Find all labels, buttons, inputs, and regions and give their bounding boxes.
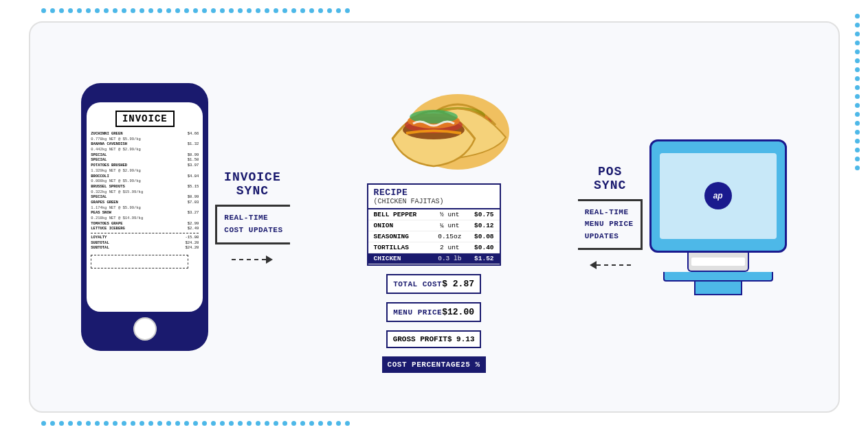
dot — [202, 421, 207, 426]
dot — [318, 421, 323, 426]
dot — [175, 421, 180, 426]
recipe-subtitle: (CHICKEN FAJITAS) — [374, 198, 494, 205]
dot — [211, 421, 216, 426]
phone-notch — [124, 83, 166, 93]
taco-illustration — [351, 61, 516, 178]
dot — [131, 8, 135, 13]
recipe-row-onion: ONION ¼ unt $0.12 — [368, 220, 500, 231]
dot — [291, 8, 296, 13]
dot — [229, 421, 234, 426]
monitor-stand-bottom — [694, 282, 742, 295]
dot — [104, 8, 109, 13]
invoice-sync-bracket: REAL-TIME COST UPDATES — [215, 205, 289, 244]
dot — [140, 421, 144, 426]
gross-profit-row: GROSS PROFIT $ 9.13 — [386, 330, 482, 348]
dot — [95, 8, 100, 13]
invoice-items: ZUCHINNI GREEN$4.66 0.778kg NET @ $5.99/… — [91, 131, 199, 251]
dot — [247, 421, 252, 426]
dot — [238, 8, 243, 13]
dot — [166, 421, 171, 426]
dot — [855, 112, 860, 117]
dot — [122, 421, 126, 426]
pos-sync-label: POS SYNC — [594, 165, 626, 192]
dot — [336, 421, 341, 426]
dot — [148, 421, 153, 426]
receipt-paper — [691, 258, 745, 266]
dot — [265, 8, 269, 13]
dot — [157, 8, 162, 13]
menu-price-row: MENU PRICE $12.00 — [386, 302, 481, 322]
dot — [113, 421, 118, 426]
outer-background: INVOICE ZUCHINNI GREEN$4.66 0.778kg NET … — [0, 0, 868, 434]
dot — [855, 14, 860, 19]
dot — [855, 157, 860, 161]
dot — [282, 421, 287, 426]
recipe-card: RECIPE (CHICKEN FAJITAS) BELL PEPPER ½ u… — [367, 183, 501, 266]
monitor-stand-top — [663, 272, 773, 282]
dot — [256, 421, 260, 426]
dot — [157, 421, 162, 426]
phone-home-button[interactable] — [133, 317, 157, 341]
invoice-title: INVOICE — [115, 111, 175, 127]
dot — [855, 165, 860, 170]
dot — [104, 421, 109, 426]
pos-sync-bracket: REAL-TIME MENU PRICE UPDATES — [578, 199, 643, 251]
dot — [166, 8, 171, 13]
dot — [855, 41, 860, 45]
main-card: INVOICE ZUCHINNI GREEN$4.66 0.778kg NET … — [29, 21, 840, 413]
dot — [50, 421, 55, 426]
dot — [41, 8, 46, 13]
dot — [327, 8, 332, 13]
dot — [300, 8, 305, 13]
dot — [193, 421, 198, 426]
dot — [50, 8, 55, 13]
dot — [256, 8, 260, 13]
pos-sync-section: POS SYNC REAL-TIME MENU PRICE UPDATES — [578, 165, 643, 270]
dot — [855, 94, 860, 99]
invoice-sync-label: INVOICE SYNC — [224, 170, 281, 198]
dot-border-right — [855, 14, 860, 420]
invoice-sync-section: INVOICE SYNC REAL-TIME COST UPDATES — [215, 170, 289, 263]
dot — [202, 8, 207, 13]
dot — [274, 421, 278, 426]
recipe-row-seasoning: SEASONING 0.15oz $0.08 — [368, 231, 500, 242]
dot — [59, 421, 64, 426]
dot — [68, 8, 73, 13]
monitor-body: ap — [649, 139, 787, 253]
recipe-title: RECIPE — [374, 187, 494, 198]
recipe-header: RECIPE (CHICKEN FAJITAS) — [368, 185, 500, 209]
monitor-receipt-slot — [687, 253, 749, 272]
dot — [175, 8, 180, 13]
dot — [291, 421, 296, 426]
dot — [309, 8, 314, 13]
dot — [265, 421, 269, 426]
dot — [855, 76, 860, 81]
dot — [86, 8, 91, 13]
recipe-row-chicken: CHICKEN 0.3 lb $1.52 — [368, 253, 500, 264]
dot — [247, 8, 252, 13]
dot — [855, 103, 860, 108]
dot — [68, 421, 73, 426]
dot — [77, 8, 82, 13]
dot — [193, 8, 198, 13]
dot — [122, 8, 126, 13]
dot — [220, 8, 225, 13]
dot — [184, 421, 189, 426]
dot-border-top — [41, 8, 854, 13]
dot — [855, 85, 860, 90]
dot — [211, 8, 216, 13]
phone-receipt-bottom — [91, 255, 188, 269]
dot — [95, 421, 100, 426]
dot — [140, 8, 144, 13]
dot — [345, 421, 350, 426]
phone-section: INVOICE ZUCHINNI GREEN$4.66 0.778kg NET … — [81, 83, 208, 351]
dot — [855, 49, 860, 54]
dot-border-bottom — [41, 421, 854, 426]
dot — [855, 23, 860, 27]
dot — [238, 421, 243, 426]
total-cost-row: TOTAL COST $ 2.87 — [386, 274, 481, 294]
dot — [148, 8, 153, 13]
dot — [309, 421, 314, 426]
dot — [336, 8, 341, 13]
monitor-logo: ap — [704, 182, 732, 209]
